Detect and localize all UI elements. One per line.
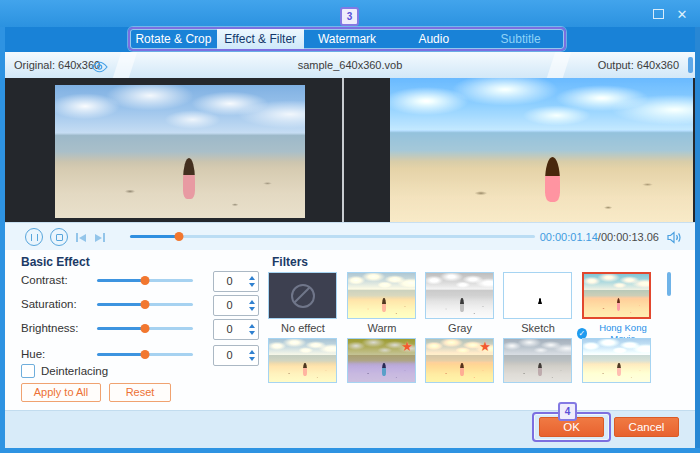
filter-thumb <box>583 339 650 382</box>
filter-label-gray: Gray <box>420 322 500 334</box>
spin-down-icon[interactable] <box>249 307 255 311</box>
filter-tile-row2-4[interactable] <box>503 338 572 383</box>
filename-label: sample_640x360.vob <box>5 59 695 71</box>
current-time: 00:00:01.14 <box>540 231 598 243</box>
cancel-button[interactable]: Cancel <box>614 417 679 437</box>
spin-down-icon[interactable] <box>249 331 255 335</box>
saturation-spinner[interactable]: 0 <box>213 295 259 316</box>
brightness-slider-thumb[interactable] <box>141 324 150 333</box>
saturation-slider-thumb[interactable] <box>141 300 150 309</box>
tab-rotate-crop[interactable]: Rotate & Crop <box>130 29 217 49</box>
sketch-filter-thumb <box>504 273 571 318</box>
spin-up-icon[interactable] <box>249 276 255 280</box>
deinterlacing-option: Deinterlacing <box>21 364 108 378</box>
filter-tile-row2-5[interactable] <box>582 338 651 383</box>
header-scroll-indicator[interactable] <box>688 57 693 73</box>
playback-controls: 00:00:01.14/00:00:13.06 <box>5 222 695 250</box>
basic-effect-title: Basic Effect <box>21 255 90 269</box>
spin-down-icon[interactable] <box>249 283 255 287</box>
brightness-value: 0 <box>214 320 245 339</box>
deinterlacing-label: Deinterlacing <box>41 365 108 377</box>
annotation-box-tabs: Rotate & Crop Effect & Filter Watermark … <box>128 27 566 51</box>
spinner-arrows <box>245 296 258 315</box>
maximize-icon <box>653 9 664 19</box>
original-video-preview <box>55 85 305 218</box>
gray-filter-thumb <box>426 273 493 318</box>
tab-watermark[interactable]: Watermark <box>304 29 391 49</box>
next-frame-icon <box>95 234 102 242</box>
window-border-left <box>0 27 5 448</box>
hue-control: Hue: 0 <box>21 345 261 365</box>
seek-slider[interactable] <box>130 235 535 238</box>
saturation-slider[interactable] <box>97 303 193 306</box>
selected-check-icon: ✓ <box>577 328 587 339</box>
filter-label-no-effect: No effect <box>263 322 343 334</box>
tab-effect-filter[interactable]: Effect & Filter <box>217 29 304 49</box>
video-converter-edit-window: ✕ Rotate & Crop Effect & Filter Watermar… <box>0 0 700 453</box>
contrast-control: Contrast: 0 <box>21 271 261 291</box>
contrast-value: 0 <box>214 272 245 291</box>
beach-scene-filtered <box>390 78 693 222</box>
premium-star-icon: ★ <box>479 340 491 353</box>
volume-icon[interactable] <box>667 230 682 248</box>
next-frame-button[interactable] <box>95 233 105 242</box>
contrast-slider[interactable] <box>97 279 193 282</box>
stop-icon <box>56 234 63 241</box>
warm-filter-thumb <box>348 273 415 318</box>
total-time: 00:00:13.06 <box>601 231 659 243</box>
preview-split-divider[interactable] <box>342 78 344 222</box>
deinterlacing-checkbox[interactable] <box>21 364 35 378</box>
saturation-value: 0 <box>214 296 245 315</box>
brightness-label: Brightness: <box>21 322 79 334</box>
preview-area <box>5 78 695 222</box>
filter-tile-warm[interactable] <box>347 272 416 319</box>
pause-button[interactable] <box>25 228 43 246</box>
no-effect-ban-icon <box>291 284 315 308</box>
tab-audio[interactable]: Audio <box>390 29 477 49</box>
seek-progress <box>130 235 179 238</box>
saturation-control: Saturation: 0 <box>21 295 261 315</box>
filter-tile-gray[interactable] <box>425 272 494 319</box>
next-frame-icon <box>103 233 105 242</box>
brightness-spinner[interactable]: 0 <box>213 319 259 340</box>
contrast-slider-thumb[interactable] <box>141 276 150 285</box>
output-size-label: Output: 640x360 <box>598 59 679 71</box>
filter-tile-row2-1[interactable] <box>268 338 337 383</box>
hue-spinner[interactable]: 0 <box>213 345 259 366</box>
filter-thumb <box>269 339 336 382</box>
reset-button[interactable]: Reset <box>109 383 171 402</box>
seek-thumb[interactable] <box>174 232 183 241</box>
annotation-step-badge-4: 4 <box>558 402 577 421</box>
spin-up-icon[interactable] <box>249 350 255 354</box>
window-border-right <box>695 27 700 448</box>
contrast-spinner[interactable]: 0 <box>213 271 259 292</box>
saturation-label: Saturation: <box>21 298 77 310</box>
filters-scrollbar[interactable] <box>667 272 671 296</box>
previous-frame-icon <box>79 234 86 242</box>
tab-subtitle[interactable]: Subtitle <box>477 29 564 49</box>
maximize-button[interactable] <box>650 6 666 22</box>
previous-frame-button[interactable] <box>76 233 86 242</box>
filter-tile-row2-2[interactable]: ★ <box>347 338 416 383</box>
hue-label: Hue: <box>21 348 45 360</box>
spin-up-icon[interactable] <box>249 324 255 328</box>
time-display: 00:00:01.14/00:00:13.06 <box>540 231 659 243</box>
stop-button[interactable] <box>50 228 68 246</box>
spinner-arrows <box>245 272 258 291</box>
pause-icon <box>31 234 38 241</box>
brightness-slider[interactable] <box>97 327 193 330</box>
hong-kong-filter-thumb <box>584 274 649 317</box>
filter-tile-row2-3[interactable]: ★ <box>425 338 494 383</box>
spinner-arrows <box>245 346 258 365</box>
filter-thumb <box>504 339 571 382</box>
filter-tile-sketch[interactable] <box>503 272 572 319</box>
annotation-step-badge-3: 3 <box>340 7 359 26</box>
close-button[interactable]: ✕ <box>674 6 690 22</box>
apply-to-all-button[interactable]: Apply to All <box>21 383 101 402</box>
spin-down-icon[interactable] <box>249 357 255 361</box>
filter-tile-no-effect[interactable] <box>268 272 337 319</box>
filter-tile-hong-kong-movie[interactable] <box>582 272 651 319</box>
hue-slider-thumb[interactable] <box>141 350 150 359</box>
hue-slider[interactable] <box>97 353 193 356</box>
spin-up-icon[interactable] <box>249 300 255 304</box>
